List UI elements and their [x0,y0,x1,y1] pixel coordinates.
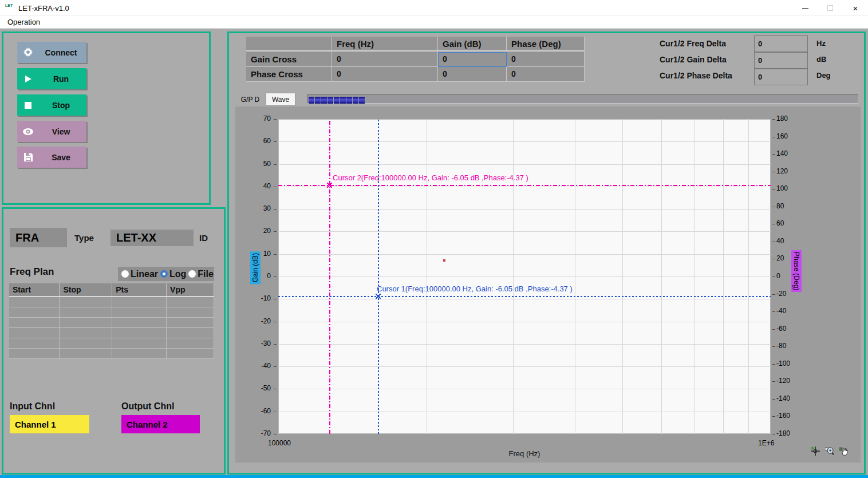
freq-plan-cell[interactable] [112,307,167,317]
freq-plan-cell[interactable] [167,307,214,317]
cursor-marker-1[interactable] [327,183,332,188]
crosshair-tool-icon[interactable] [811,447,820,458]
close-button[interactable]: × [843,0,868,16]
window-title: LET-xFRA-v1.0 [18,4,69,13]
phase-tick-label: 20 [776,254,784,262]
cursor-line-h-2[interactable] [278,296,771,297]
gridline-v [427,119,427,434]
device-id-field[interactable]: LET-XX [111,230,194,246]
freq-plan-cell[interactable] [112,348,167,358]
gain-tick-label: -40 [248,362,271,370]
freq-plan-cell[interactable] [9,348,60,358]
freq-plan-cell[interactable] [60,338,112,348]
freq-plan-cell[interactable] [9,307,60,317]
progress-segment [321,97,327,104]
progress-segment [309,97,314,104]
save-button[interactable]: Save [17,147,86,168]
device-type-field[interactable]: FRA [10,228,67,247]
phase-cross-phase-cell[interactable]: 0 [507,67,585,82]
run-button[interactable]: Run [17,68,86,89]
freq-plan-cell[interactable] [167,338,214,348]
minimize-button[interactable] [792,0,818,16]
cursor-marker-2[interactable] [376,294,381,299]
freq-plan-cell[interactable] [9,297,60,307]
freq-plan-cell[interactable] [60,307,112,317]
cross-table: Freq (Hz) Gain (dB) Phase (Deg) Gain Cro… [246,37,585,82]
freq-plan-row [9,348,214,358]
stop-button[interactable]: Stop [17,94,86,116]
gain-tick-label: 30 [248,204,271,212]
freq-plan-table: Start Stop Pts Vpp [9,283,214,359]
gain-tick-label: -20 [248,317,271,325]
phase-tick-mark [772,381,775,382]
phase-tick-mark [772,224,775,224]
gain-tick-mark [274,366,277,367]
phase-tick-label: -140 [776,394,790,402]
phase-tick-mark [772,242,775,242]
freq-plan-cell[interactable] [60,327,112,338]
phase-tick-mark [772,416,775,417]
phase-cross-freq-cell[interactable]: 0 [332,67,438,82]
cross-col-phase: Phase (Deg) [507,37,585,52]
input-channel-selector[interactable]: Channel 1 [10,415,89,433]
freq-plan-cell[interactable] [112,297,167,307]
gain-tick-label: 40 [248,182,271,190]
freq-mode-linear[interactable]: Linear [121,269,158,279]
freq-plan-cell[interactable] [60,297,112,307]
gain-cross-phase-cell[interactable]: 0 [507,52,585,67]
gridline-v [575,119,575,434]
freq-plan-cell[interactable] [9,317,60,327]
phase-tick-label: 0 [776,272,780,280]
freq-plan-cell[interactable] [167,317,214,327]
freq-plan-cell[interactable] [60,317,112,327]
menu-operation[interactable]: Operation [5,18,42,26]
bode-chart[interactable]: 706050403020100-10-20-30-40-50-60-701801… [235,106,861,463]
gain-delta-label: Cur1/2 Gain Delta [660,55,757,64]
freq-mode-radios: LinearLogFile [118,267,214,281]
freq-plan-cell[interactable] [167,327,214,338]
cursor-line-v-2[interactable] [378,119,379,434]
phase-tick-label: -120 [776,377,790,385]
pan-tool-icon[interactable] [839,447,849,458]
tab-wave[interactable]: Wave [266,93,295,106]
gain-cross-gain-cell[interactable]: 0 [438,52,507,67]
input-chnl-label: Input Chnl [10,401,55,412]
phase-axis-label: Phase (Deg) [791,250,802,292]
freq-plan-cell[interactable] [167,348,214,358]
gain-cross-freq-cell[interactable]: 0 [332,52,438,67]
freq-plan-cell[interactable] [167,297,214,307]
cursor-line-v-1[interactable] [329,119,330,434]
freq-plan-row [9,297,214,307]
phase-tick-label: 160 [776,132,788,140]
freq-plan-cell[interactable] [9,338,60,348]
output-chnl-label: Output Chnl [121,401,174,412]
maximize-button[interactable] [818,0,843,16]
phase-delta-field[interactable]: 0 [754,69,808,85]
phase-tick-label: -40 [776,307,786,315]
connect-button[interactable]: Connect [17,42,86,63]
freq-delta-label: Cur1/2 Freq Delta [660,39,757,48]
cursor-line-h-1[interactable] [278,185,771,186]
gridline-h [278,299,771,299]
view-button[interactable]: View [17,121,86,142]
freq-mode-log[interactable]: Log [160,269,186,279]
freq-mode-file[interactable]: File [188,269,214,279]
freq-plan-cell[interactable] [9,327,60,338]
gain-delta-field[interactable]: 0 [754,52,808,69]
output-channel-selector[interactable]: Channel 2 [121,415,200,433]
freq-plan-cell[interactable] [60,348,112,358]
freq-plan-cell[interactable] [112,327,167,338]
graph-panel: Freq (Hz) Gain (dB) Phase (Deg) Gain Cro… [227,31,866,475]
freq-delta-field[interactable]: 0 [754,35,808,52]
tab-gpd[interactable]: G/P D [235,93,266,106]
gridline-h [278,141,771,142]
gain-tick-label: -10 [248,294,271,302]
zoom-tool-icon[interactable] [825,447,834,458]
freq-plan-row [9,307,214,317]
freq-plan-cell[interactable] [112,317,167,327]
phase-cross-gain-cell[interactable]: 0 [438,67,507,82]
phase-tick-label: -160 [776,412,790,420]
phase-tick-label: 60 [776,219,784,227]
gridline-h [278,322,771,322]
freq-plan-cell[interactable] [112,338,167,348]
